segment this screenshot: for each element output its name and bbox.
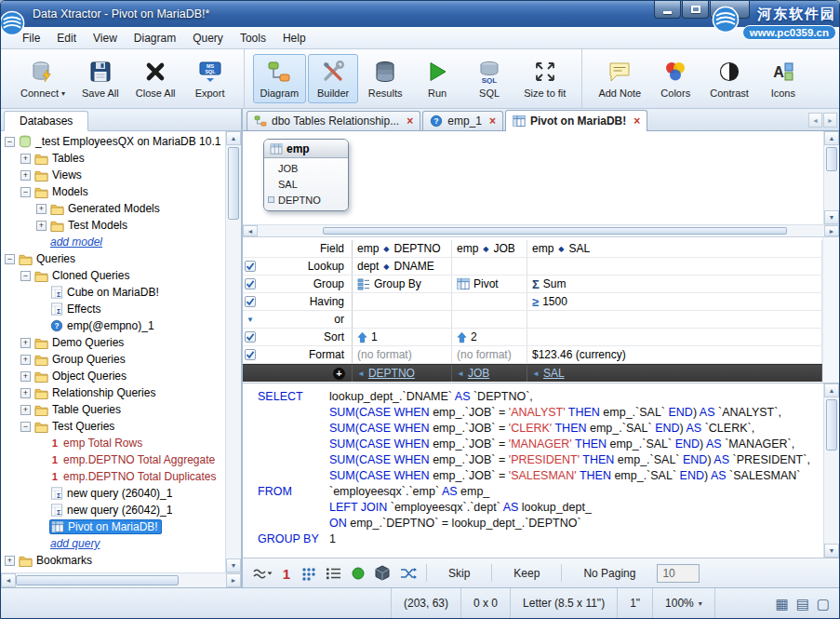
scroll-left-icon[interactable]: ◄ <box>243 225 258 236</box>
tab-scroll-left-button[interactable]: ◄ <box>808 113 822 128</box>
tab-pivot-on-mariadb[interactable]: Pivot on MariaDB!× <box>505 110 647 131</box>
page-size-input[interactable] <box>657 564 700 583</box>
option-no-paging[interactable]: No Paging <box>570 567 648 580</box>
grid-cell[interactable]: (no format) <box>353 346 452 363</box>
plus-expander-icon[interactable]: + <box>20 388 31 398</box>
plus-expander-icon[interactable]: + <box>20 154 31 164</box>
tree-item-relationship-queries[interactable]: +Relationship Queries <box>1 384 225 401</box>
grid-cell[interactable]: ΣSum <box>527 276 822 292</box>
tree-item-new-query-26040-1[interactable]: Σnew query (26040)_1 <box>1 485 225 502</box>
toolbar-export-button[interactable]: MSSQLExport <box>185 54 235 103</box>
tree-item-bookmarks[interactable]: +Bookmarks <box>1 552 225 569</box>
grid-cell[interactable] <box>452 311 527 328</box>
toolbar-close-all-button[interactable]: Close All <box>128 54 183 103</box>
grid-cell[interactable]: 2 <box>452 329 527 345</box>
sidebar-hscrollbar[interactable]: ◄ ► <box>1 572 241 587</box>
option-keep[interactable]: Keep <box>500 567 553 580</box>
grid-cell[interactable]: 1 <box>353 329 452 345</box>
plus-expander-icon[interactable]: + <box>20 371 31 382</box>
tree-item-emp-deptno-total-aggregate[interactable]: 1emp.DEPTNO Total Aggregate <box>1 451 225 468</box>
grid-cell[interactable]: Pivot <box>452 276 527 292</box>
grid-cell[interactable]: $123.46 (currency) <box>527 346 822 363</box>
tree-item-pivot-on-mariadb[interactable]: Pivot on MariaDB! <box>1 518 225 535</box>
scrollbar-track[interactable] <box>258 225 824 236</box>
grid-cell[interactable] <box>452 293 527 310</box>
dots-button[interactable] <box>300 566 317 581</box>
table-view-icon[interactable]: ▦ <box>775 597 788 611</box>
tree-item-add-query[interactable]: add query <box>1 535 225 552</box>
tab-databases[interactable]: Databases <box>4 111 88 131</box>
scrollbar-thumb[interactable] <box>16 575 179 585</box>
tree-item-effects[interactable]: ΣEffects <box>1 301 225 317</box>
scrollbar-track[interactable] <box>226 145 241 558</box>
grid-cell[interactable]: emp◆DEPTNO <box>353 240 452 257</box>
menu-view[interactable]: View <box>85 29 126 47</box>
scrollbar-track[interactable] <box>824 145 839 210</box>
scroll-down-icon[interactable]: ▼ <box>824 210 839 224</box>
tree-item-cloned-queries[interactable]: −Cloned Queries <box>1 267 225 284</box>
tree-item-queries[interactable]: −Queries <box>1 250 225 267</box>
tree-item-cube-on-mariadb[interactable]: ΣCube on MariaDB! <box>1 284 225 301</box>
tree-item-emp-empno-1[interactable]: ?emp(@empno)_1 <box>1 317 225 334</box>
cube-button[interactable] <box>374 565 391 582</box>
scroll-right-icon[interactable]: ► <box>824 225 839 236</box>
toolbar-contrast-button[interactable]: Contrast <box>702 54 756 103</box>
shuffle-button[interactable] <box>399 566 418 581</box>
diagram-scrollbar[interactable]: ▲ ▼ <box>823 131 839 224</box>
minus-expander-icon[interactable]: − <box>5 254 15 264</box>
list-button[interactable] <box>326 566 342 581</box>
tab-scroll-right-button[interactable]: ► <box>823 113 837 128</box>
tree-item-group-queries[interactable]: +Group Queries <box>1 351 225 368</box>
scrollbar-track[interactable] <box>16 573 226 587</box>
minus-expander-icon[interactable]: − <box>5 137 15 147</box>
menu-tools[interactable]: Tools <box>232 29 274 47</box>
checkbox[interactable] <box>245 331 256 343</box>
red-one-lg-button[interactable]: 1 <box>281 565 292 582</box>
checkbox[interactable] <box>245 349 256 360</box>
grid-cell[interactable]: ≥1500 <box>527 293 822 310</box>
minus-expander-icon[interactable]: − <box>20 271 31 281</box>
toolbar-diagram-button[interactable]: Diagram <box>253 54 307 103</box>
checkbox[interactable] <box>245 296 256 307</box>
toolbar-colors-button[interactable]: Colors <box>650 54 700 103</box>
table-field-sal[interactable]: SAL <box>264 176 348 192</box>
plus-expander-icon[interactable]: + <box>5 556 15 566</box>
minus-expander-icon[interactable]: − <box>20 187 31 197</box>
diagram-canvas[interactable]: emp JOBSALDEPTNO ▲ ▼ <box>243 131 839 224</box>
approx-button[interactable] <box>252 566 273 581</box>
toolbar-sql-button[interactable]: SQLSQL <box>464 54 514 103</box>
tree-item-views[interactable]: +Views <box>1 167 225 183</box>
tab-close-icon[interactable]: × <box>489 115 496 127</box>
dropdown-caret-icon[interactable]: ▾ <box>699 599 702 608</box>
toolbar-icons-button[interactable]: AIcons <box>758 54 808 103</box>
layout-icon[interactable]: ▤ <box>796 597 809 611</box>
scrollbar-thumb[interactable] <box>323 227 787 235</box>
pivot-column-sal[interactable]: ◄SAL <box>527 365 822 382</box>
grid-cell[interactable]: dept◆DNAME <box>353 258 452 275</box>
plus-expander-icon[interactable]: + <box>20 355 31 365</box>
maximize-button[interactable] <box>682 1 709 19</box>
page-icon[interactable]: ▢ <box>817 597 830 611</box>
tab-dbo-tables-relationship[interactable]: dbo Tables Relationship...× <box>247 111 420 130</box>
grid-cell[interactable] <box>527 311 822 328</box>
green-dot-button[interactable] <box>351 566 366 581</box>
add-column-icon[interactable]: + <box>333 368 345 380</box>
plus-expander-icon[interactable]: + <box>20 338 31 348</box>
scroll-up-icon[interactable]: ▲ <box>824 131 839 145</box>
plus-expander-icon[interactable]: + <box>36 221 47 231</box>
pivot-column-deptno[interactable]: ◄DEPTNO <box>353 365 452 382</box>
toolbar-connect-button[interactable]: Connect▾ <box>13 54 73 103</box>
scroll-right-icon[interactable]: ► <box>226 573 241 587</box>
checkbox[interactable] <box>245 278 256 289</box>
tab-emp-1[interactable]: ?emp_1× <box>422 111 503 130</box>
grid-cell[interactable]: Group By <box>353 276 452 292</box>
grid-cell[interactable] <box>527 258 822 275</box>
minimize-button[interactable] <box>654 1 681 19</box>
tree-item-emp-deptno-total-duplicates[interactable]: 1emp.DEPTNO Total Duplicates <box>1 468 225 485</box>
menu-diagram[interactable]: Diagram <box>126 29 184 47</box>
grid-cell[interactable] <box>452 258 527 275</box>
tree-item-models[interactable]: −Models <box>1 183 225 200</box>
or-expander-icon[interactable]: ▼ <box>247 316 254 324</box>
tree-scrollbar[interactable]: ▲ ▼ <box>225 131 241 572</box>
menu-edit[interactable]: Edit <box>48 29 85 47</box>
